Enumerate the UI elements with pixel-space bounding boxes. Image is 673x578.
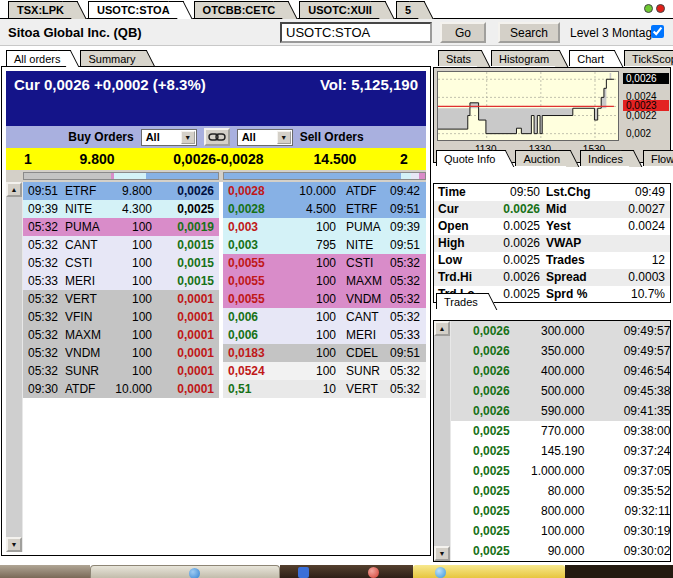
ask-row[interactable]: 0,5110VERT05:32 <box>223 380 426 398</box>
workspace-tab-5[interactable]: 5 <box>396 1 421 18</box>
ask-row[interactable]: 0,0055100VNDM05:32 <box>223 290 426 308</box>
bid-row[interactable]: 09:30ATDF10.0000,0001 <box>23 380 219 398</box>
workspace-tab-tsx-lpk[interactable]: TSX:LPK <box>8 1 74 18</box>
workspace-tab-otcbb-cetc[interactable]: OTCBB:CETC <box>194 1 286 18</box>
sell-orders-filter-select[interactable]: All ▼ <box>237 129 293 146</box>
trade-row[interactable]: 0,0026400.00009:46:54 <box>451 361 671 381</box>
order-filter-row: Buy Orders All ▼ All ▼ Sell Orders <box>6 126 426 148</box>
ask-order-table: 0,002810.000ATDF09:420,00284.500ETRF09:5… <box>223 182 426 398</box>
trade-row[interactable]: 0,0025145.19009:37:24 <box>451 441 671 461</box>
tab-all-orders[interactable]: All orders <box>6 50 68 66</box>
quote-value: 09:49 <box>610 184 666 201</box>
ask-mm-count: 2 <box>382 151 426 167</box>
tab-label: Chart <box>577 53 604 65</box>
depth-distribution-strip <box>6 170 426 182</box>
trade-price: 0,0025 <box>473 521 531 541</box>
trades-scrollbar[interactable]: ▲ ▼ <box>434 321 451 561</box>
search-button[interactable]: Search <box>498 22 560 43</box>
trade-row[interactable]: 0,00251.000.00009:37:05 <box>451 461 671 481</box>
go-button[interactable]: Go <box>440 22 486 43</box>
quote-info-row: High0.0026VWAP <box>434 235 670 252</box>
ask-row[interactable]: 0,0055100CSTI05:32 <box>223 254 426 272</box>
level3-montage-checkbox[interactable] <box>651 25 664 38</box>
ask-row[interactable]: 0,003100PUMA09:39 <box>223 218 426 236</box>
depth-segment <box>24 173 111 179</box>
bid-row[interactable]: 09:51ETRF9.8000,0026 <box>23 182 219 200</box>
tab-quote-info[interactable]: Quote Info <box>436 150 503 166</box>
quote-label: High <box>438 235 488 252</box>
tab-flow[interactable]: Flow <box>643 150 673 166</box>
app-icon[interactable] <box>298 567 309 578</box>
tab-indices[interactable]: Indices <box>580 150 631 166</box>
bid-row[interactable]: 05:32CANT1000,0015 <box>23 236 219 254</box>
trade-row[interactable]: 0,0026300.00009:49:57 <box>451 321 671 341</box>
quote-value: 0.0027 <box>610 201 666 218</box>
trade-row[interactable]: 0,0026500.00009:45:38 <box>451 381 671 401</box>
app-icon[interactable] <box>368 567 379 578</box>
workspace-tab-usotc-xuii[interactable]: USOTC:XUII <box>299 1 382 18</box>
chevron-down-icon[interactable]: ▼ <box>181 131 195 144</box>
quote-value: 0.0024 <box>610 218 666 235</box>
workspace-tab-usotc-stoa[interactable]: USOTC:STOA <box>88 1 180 18</box>
bid-price: 0,0001 <box>152 326 214 344</box>
bid-market-maker: VNDM <box>65 344 113 362</box>
tab-stats[interactable]: Stats <box>438 50 479 66</box>
tab-tickscope[interactable]: TickScope <box>624 50 673 66</box>
trade-row[interactable]: 0,0025800.00009:32:11 <box>451 501 671 521</box>
trade-row[interactable]: 0,0026590.00009:41:35 <box>451 401 671 421</box>
symbol-input[interactable] <box>280 22 432 43</box>
bid-row[interactable]: 05:32PUMA1000,0019 <box>23 218 219 236</box>
trade-row[interactable]: 0,0026350.00009:49:57 <box>451 341 671 361</box>
tab-label: OTCBB:CETC <box>203 4 276 16</box>
buy-orders-filter-select[interactable]: All ▼ <box>141 129 197 146</box>
bid-price: 0,0025 <box>152 200 214 218</box>
bid-row[interactable]: 05:32SUNR1000,0001 <box>23 362 219 380</box>
bid-row[interactable]: 05:32MAXM1000,0001 <box>23 326 219 344</box>
ask-row[interactable]: 0,003795NITE09:51 <box>223 236 426 254</box>
bid-row[interactable]: 05:32VNDM1000,0001 <box>23 344 219 362</box>
trade-row[interactable]: 0,0025100.00009:30:19 <box>451 521 671 541</box>
taskbar-button[interactable] <box>90 565 280 578</box>
ask-market-maker: MAXM <box>336 272 384 290</box>
bid-row[interactable]: 05:33MERI1000,0015 <box>23 272 219 290</box>
scroll-down-icon[interactable]: ▼ <box>434 546 450 561</box>
tab-summary[interactable]: Summary <box>80 50 143 66</box>
bid-row[interactable]: 05:32VERT1000,0001 <box>23 290 219 308</box>
scroll-up-icon[interactable]: ▲ <box>6 182 22 197</box>
tab-label: Trades <box>444 296 478 308</box>
tab-chart[interactable]: Chart <box>569 50 612 66</box>
scroll-up-icon[interactable]: ▲ <box>434 321 450 336</box>
chevron-down-icon[interactable]: ▼ <box>277 131 291 144</box>
bid-row[interactable]: 09:39NITE4.3000,0025 <box>23 200 219 218</box>
ask-row[interactable]: 0,00284.500ETRF09:51 <box>223 200 426 218</box>
depth-segment <box>401 173 411 179</box>
ask-price: 0,0183 <box>228 344 288 362</box>
tab-trades[interactable]: Trades <box>436 293 486 309</box>
ask-row[interactable]: 0,006100CANT05:32 <box>223 308 426 326</box>
bid-time: 09:51 <box>23 182 65 200</box>
order-book-scrollbar[interactable]: ▲ ▼ <box>6 182 23 552</box>
ask-row[interactable]: 0,006100MERI05:33 <box>223 326 426 344</box>
ask-size: 100 <box>288 272 336 290</box>
scroll-down-icon[interactable]: ▼ <box>6 537 22 552</box>
ask-row[interactable]: 0,0183100CDEL09:51 <box>223 344 426 362</box>
taskbar-active-button[interactable] <box>413 565 565 578</box>
link-filters-button[interactable] <box>204 128 230 146</box>
trade-row[interactable]: 0,0025770.00009:38:00 <box>451 421 671 441</box>
bid-row[interactable]: 05:32CSTI1000,0015 <box>23 254 219 272</box>
sell-filter-value: All <box>242 131 256 143</box>
tab-histogram[interactable]: Histogram <box>491 50 557 66</box>
trade-price: 0,0025 <box>473 441 531 461</box>
trade-row[interactable]: 0,002590.00009:30:02 <box>451 541 671 561</box>
price-chart <box>438 72 618 140</box>
ask-row[interactable]: 0,0524100SUNR05:32 <box>223 362 426 380</box>
bid-total-size: 9.800 <box>50 151 144 167</box>
ask-time: 09:51 <box>384 200 426 218</box>
tab-auction[interactable]: Auction <box>515 150 568 166</box>
bid-time: 05:32 <box>23 254 65 272</box>
trade-row[interactable]: 0,002580.00009:35:52 <box>451 481 671 501</box>
ask-price: 0,0028 <box>228 200 288 218</box>
ask-row[interactable]: 0,002810.000ATDF09:42 <box>223 182 426 200</box>
ask-row[interactable]: 0,0055100MAXM05:32 <box>223 272 426 290</box>
bid-row[interactable]: 05:32VFIN1000,0001 <box>23 308 219 326</box>
